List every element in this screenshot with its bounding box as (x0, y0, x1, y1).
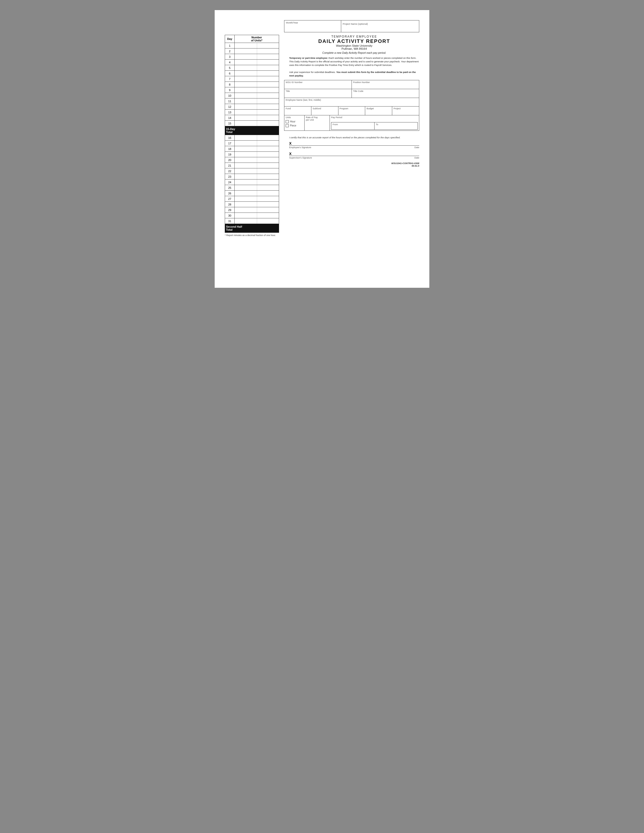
units-input-cell[interactable] (235, 135, 279, 141)
rate-column: Rate of Payper Unit (304, 115, 330, 130)
units-input-cell[interactable] (235, 60, 279, 65)
day-number: 31 (225, 218, 235, 224)
day-number: 5 (225, 65, 235, 71)
form-footer: WSU1041-CONTRH1-0308 60.61.5 (289, 162, 419, 167)
hour-checkbox[interactable] (286, 120, 289, 123)
day-number: 22 (225, 168, 235, 174)
employee-name-label: Employee Name (last, first, middle) (286, 99, 418, 101)
day-number: 20 (225, 157, 235, 163)
day-row: 17 (225, 141, 279, 146)
position-number-field: Position Number (352, 80, 419, 89)
instructions-bold-prefix: Temporary or part-time employee: (289, 56, 328, 60)
title-code-label: Title Code (353, 90, 418, 92)
units-input-cell[interactable] (235, 115, 279, 121)
units-input-cell[interactable] (235, 141, 279, 146)
day-number: 4 (225, 60, 235, 65)
employee-sig-line (289, 145, 419, 146)
units-input-cell[interactable] (235, 54, 279, 60)
day-row: 10 (225, 93, 279, 98)
fifteen-day-total-row: 15-DayTotal (225, 126, 279, 135)
day-number: 11 (225, 98, 235, 104)
units-input-cell[interactable] (235, 213, 279, 218)
day-number: 17 (225, 141, 235, 146)
units-input-cell[interactable] (235, 207, 279, 213)
units-input-cell[interactable] (235, 93, 279, 98)
hour-checkbox-item: Hour (286, 120, 303, 123)
wsu-id-field: WSU ID Number (284, 80, 352, 89)
day-col-header: Day (225, 35, 235, 43)
units-input-cell[interactable] (235, 191, 279, 196)
day-row: 27 (225, 196, 279, 202)
units-input-cell[interactable] (235, 65, 279, 71)
piece-label: Piece (290, 124, 296, 127)
project-name-field: Project Name (optional) (341, 21, 419, 32)
units-input-cell[interactable] (235, 218, 279, 224)
day-number: 19 (225, 152, 235, 157)
units-input-cell[interactable] (235, 146, 279, 152)
units-input-cell[interactable] (235, 202, 279, 207)
supervisor-date-label: Date (414, 156, 419, 159)
to-label: To (376, 123, 416, 126)
day-row: 8 (225, 82, 279, 87)
day-row: 25 (225, 185, 279, 191)
day-number: 9 (225, 87, 235, 93)
units-input-cell[interactable] (235, 71, 279, 76)
units-input-cell[interactable] (235, 196, 279, 202)
units-input-cell[interactable] (235, 82, 279, 87)
units-input-cell[interactable] (235, 157, 279, 163)
day-row: 21 (225, 163, 279, 168)
form-main-title: DAILY ACTIVITY REPORT (289, 39, 419, 44)
units-column: Units Hour Piece (284, 115, 304, 130)
day-number: 28 (225, 202, 235, 207)
units-input-cell[interactable] (235, 87, 279, 93)
units-input-cell[interactable] (235, 152, 279, 157)
day-number: 7 (225, 76, 235, 82)
day-number: 1 (225, 43, 235, 48)
units-input-cell[interactable] (235, 76, 279, 82)
pay-from-field: From (331, 122, 375, 130)
day-number: 30 (225, 213, 235, 218)
day-number: 26 (225, 191, 235, 196)
units-col-header: Number of Units* (235, 35, 279, 43)
units-input-cell[interactable] (235, 168, 279, 174)
title-field: Title (284, 89, 352, 98)
day-row: 5 (225, 65, 279, 71)
units-input-cell[interactable] (235, 174, 279, 180)
units-input-cell[interactable] (235, 98, 279, 104)
day-number: 18 (225, 146, 235, 152)
day-units-table-container: Day Number of Units* 1 2 3 (225, 35, 279, 237)
instructions-block: Temporary or part-time employee: Each wo… (289, 56, 419, 67)
piece-checkbox[interactable] (286, 124, 289, 127)
day-row: 22 (225, 168, 279, 174)
units-input-cell[interactable] (235, 48, 279, 54)
day-row: 2 (225, 48, 279, 54)
day-row: 4 (225, 60, 279, 65)
day-number: 8 (225, 82, 235, 87)
form-header: TEMPORARY EMPLOYEE DAILY ACTIVITY REPORT… (289, 35, 419, 54)
day-row: 31 (225, 218, 279, 224)
day-row: 26 (225, 191, 279, 196)
day-number: 29 (225, 207, 235, 213)
employee-sig-labels: Employee's Signature Date (289, 146, 419, 149)
wsu-id-label: WSU ID Number (286, 81, 350, 84)
day-row: 11 (225, 98, 279, 104)
project-label: Project (393, 107, 418, 110)
day-units-table: Day Number of Units* 1 2 3 (225, 35, 279, 233)
program-label: Program (340, 107, 364, 110)
employee-sig-label: Employee's Signature (289, 146, 311, 149)
units-input-cell[interactable] (235, 180, 279, 185)
project-name-label: Project Name (optional) (343, 23, 368, 25)
units-input-cell[interactable] (235, 121, 279, 126)
units-input-cell[interactable] (235, 109, 279, 115)
day-row: 15 (225, 121, 279, 126)
second-half-total-label: Second HalfTotal (225, 224, 279, 233)
footer-line1: WSU1041-CONTRH1-0308 (289, 162, 419, 165)
units-input-cell[interactable] (235, 185, 279, 191)
day-number: 23 (225, 174, 235, 180)
units-input-cell[interactable] (235, 163, 279, 168)
title-row: Title Title Code (284, 89, 419, 98)
form-page: Month/Year Project Name (optional) Day N… (215, 10, 429, 288)
units-input-cell[interactable] (235, 104, 279, 109)
units-input-cell[interactable] (235, 43, 279, 48)
supervisor-sig-line (289, 156, 419, 156)
